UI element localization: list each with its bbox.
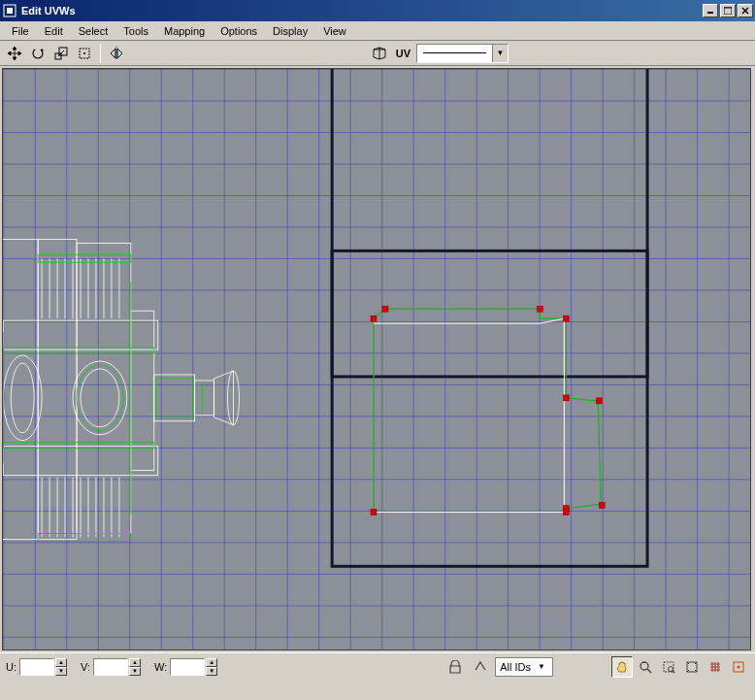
svg-rect-20: [563, 316, 569, 321]
move-tool-icon[interactable]: [4, 43, 25, 64]
rotate-tool-icon[interactable]: [27, 43, 49, 64]
menu-edit[interactable]: Edit: [37, 23, 71, 39]
svg-rect-26: [371, 509, 377, 515]
menu-mapping[interactable]: Mapping: [156, 23, 213, 39]
v-down-icon[interactable]: ▼: [129, 667, 141, 676]
window-title: Edit UVWs: [21, 5, 703, 17]
ids-selected-label: All IDs: [500, 661, 531, 673]
u-up-icon[interactable]: ▲: [55, 658, 67, 667]
u-label: U:: [6, 661, 16, 673]
menu-options[interactable]: Options: [213, 23, 265, 39]
zoom-extents-icon[interactable]: [681, 656, 703, 678]
texture-checker-icon[interactable]: [369, 43, 390, 64]
svg-point-71: [640, 662, 648, 670]
scale-tool-icon[interactable]: [50, 43, 72, 64]
menubar: File Edit Select Tools Mapping Options D…: [0, 21, 755, 41]
svg-line-72: [647, 669, 651, 673]
v-up-icon[interactable]: ▲: [129, 658, 141, 667]
mirror-tool-icon[interactable]: [106, 43, 127, 64]
options-icon[interactable]: [728, 656, 749, 678]
v-label: V:: [81, 661, 90, 673]
toolbar: UV ▼: [0, 41, 755, 66]
u-input[interactable]: [19, 658, 54, 676]
svg-rect-17: [371, 316, 377, 321]
material-ids-dropdown[interactable]: All IDs ▼: [495, 657, 553, 677]
svg-line-75: [673, 671, 674, 673]
statusbar: U: ▲▼ V: ▲▼ W: ▲▼ All IDs ▼: [0, 652, 755, 680]
menu-view[interactable]: View: [315, 23, 354, 39]
close-button[interactable]: [738, 4, 753, 17]
app-icon: [2, 3, 17, 18]
svg-rect-1: [7, 8, 13, 14]
maximize-button[interactable]: [720, 4, 736, 17]
svg-rect-22: [596, 398, 602, 404]
svg-rect-25: [563, 509, 569, 515]
svg-rect-14: [3, 69, 750, 650]
menu-select[interactable]: Select: [71, 23, 116, 39]
w-up-icon[interactable]: ▲: [206, 658, 217, 667]
filter-selected-icon[interactable]: [470, 656, 491, 678]
svg-rect-19: [537, 306, 542, 312]
zoom-tool-icon[interactable]: [635, 656, 656, 678]
freeform-tool-icon[interactable]: [74, 43, 95, 64]
w-spinner: W: ▲▼: [154, 658, 217, 676]
menu-tools[interactable]: Tools: [115, 23, 156, 39]
svg-point-12: [83, 52, 85, 54]
viewport-canvas: [3, 69, 750, 650]
v-spinner: V: ▲▼: [81, 658, 141, 676]
w-input[interactable]: [170, 658, 205, 676]
menu-display[interactable]: Display: [265, 23, 315, 39]
u-down-icon[interactable]: ▼: [55, 667, 67, 676]
svg-point-74: [669, 666, 673, 671]
w-label: W:: [154, 661, 167, 673]
w-down-icon[interactable]: ▼: [206, 667, 217, 676]
lock-selection-icon[interactable]: [444, 656, 466, 678]
svg-point-84: [738, 665, 740, 668]
snap-toggle-icon[interactable]: [705, 656, 726, 678]
minimize-button[interactable]: [703, 4, 718, 17]
menu-file[interactable]: File: [4, 23, 37, 39]
titlebar: Edit UVWs: [0, 0, 755, 21]
svg-rect-21: [563, 395, 569, 401]
v-input[interactable]: [93, 658, 128, 676]
uv-viewport[interactable]: [2, 68, 751, 650]
pan-tool-icon[interactable]: [611, 656, 633, 678]
svg-rect-18: [382, 306, 388, 312]
texture-dropdown[interactable]: ▼: [416, 44, 509, 63]
uv-label: UV: [396, 48, 410, 59]
window-controls: [703, 4, 753, 17]
svg-rect-23: [599, 503, 605, 509]
u-spinner: U: ▲▼: [6, 658, 67, 676]
zoom-region-icon[interactable]: [658, 656, 679, 678]
